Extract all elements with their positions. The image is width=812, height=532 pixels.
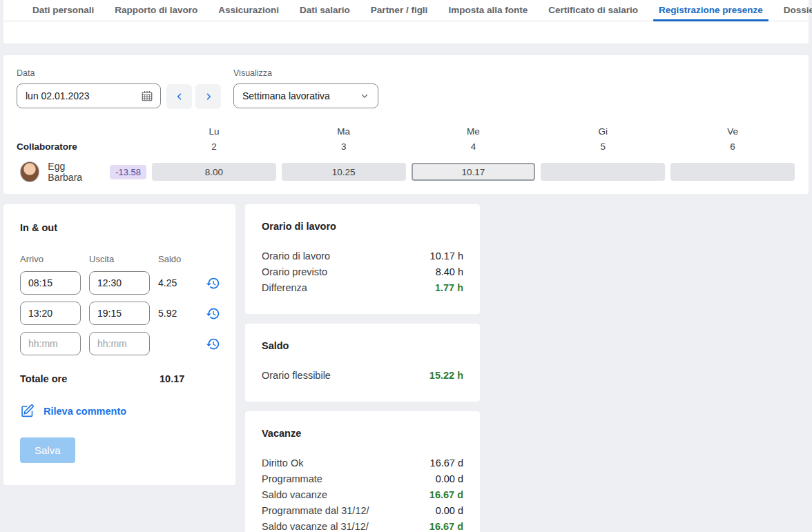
history-button-2[interactable]: [206, 306, 220, 321]
exit-input-3[interactable]: [89, 332, 150, 355]
history-icon: [206, 276, 220, 290]
exit-input-2[interactable]: [89, 302, 150, 325]
day-abbr: Gi: [541, 124, 665, 139]
row-balance-2: 5.92: [158, 308, 194, 319]
employee-row: Egg Barbara -13.58 8.00 10.25 10.17: [17, 160, 795, 184]
view-select-value: Settimana lavorativa: [242, 90, 330, 101]
history-button-3[interactable]: [206, 337, 220, 351]
history-icon: [206, 306, 220, 321]
tab-bar-card: Dati personali Rapporto di lavoro Assicu…: [3, 0, 809, 43]
info-value: 0.00 d: [436, 471, 463, 487]
info-value: 8.40 h: [436, 264, 463, 280]
total-hours-row: Totale ore 10.17: [20, 373, 222, 384]
work-time-card: Orario di lavoro Orario di lavoro 10.17 …: [245, 204, 480, 314]
tab-partner-figli[interactable]: Partner / figli: [369, 0, 429, 21]
work-time-card-title: Orario di lavoro: [262, 221, 463, 232]
save-button[interactable]: Salva: [20, 437, 75, 463]
history-button-1[interactable]: [206, 276, 220, 290]
total-hours-label: Totale ore: [20, 373, 160, 384]
info-label: Orario flessibile: [262, 368, 331, 384]
employee-name: Egg Barbara: [48, 161, 99, 183]
view-select[interactable]: Settimana lavorativa: [233, 83, 378, 108]
week-day-abbr-row: Lu Ma Me Gi Ve: [17, 124, 795, 139]
date-input[interactable]: [26, 90, 141, 101]
tab-assicurazioni[interactable]: Assicurazioni: [217, 0, 280, 21]
date-label: Data: [17, 68, 161, 78]
info-row: Orario flessibile 15.22 h: [262, 368, 463, 384]
avatar: [20, 161, 39, 182]
balance-badge: -13.58: [110, 165, 146, 179]
info-value: 16.67 d: [429, 519, 463, 532]
info-value: 16.67 d: [429, 487, 463, 503]
arrival-input-3[interactable]: [20, 332, 81, 355]
info-value: 15.22 h: [429, 368, 463, 384]
info-label: Differenza: [262, 280, 307, 296]
day-number: 2: [152, 139, 276, 155]
arrival-input-1[interactable]: [20, 271, 81, 295]
arrival-input-2[interactable]: [20, 302, 81, 325]
day-number: 6: [670, 139, 795, 155]
chevron-right-icon: [204, 92, 213, 101]
view-field-group: Visualizza Settimana lavorativa: [233, 68, 378, 108]
view-label: Visualizza: [233, 68, 378, 78]
info-row: Saldo vacanze 16.67 d: [262, 487, 463, 503]
tab-rapporto-di-lavoro[interactable]: Rapporto di lavoro: [113, 0, 199, 21]
in-out-column-headers: Arrivo Uscita Saldo: [20, 254, 222, 264]
info-row: Orario di lavoro 10.17 h: [262, 248, 463, 264]
collaborator-column-header: Collaboratore: [17, 139, 146, 155]
chevron-left-icon: [175, 92, 184, 101]
info-row: Diritto Ok 16.67 d: [262, 455, 463, 471]
date-input-box: [17, 83, 161, 108]
edit-icon: [20, 404, 35, 418]
info-row: Programmate 0.00 d: [262, 471, 463, 487]
info-row: Saldo vacanze al 31/12/ 16.67 d: [262, 519, 463, 532]
tab-dati-salario[interactable]: Dati salario: [298, 0, 351, 21]
vacation-card: Vacanze Diritto Ok 16.67 d Programmate 0…: [245, 411, 480, 532]
day-cell-ve[interactable]: [670, 163, 795, 181]
info-label: Orario previsto: [262, 264, 327, 280]
tab-imposta-alla-fonte[interactable]: Imposta alla fonte: [447, 0, 529, 21]
in-out-card: In & out Arrivo Uscita Saldo 4.25 5.92: [3, 204, 235, 485]
next-week-button[interactable]: [195, 84, 221, 109]
chevron-down-icon: [360, 91, 369, 101]
time-row-1: 4.25: [20, 271, 222, 295]
employee-info: Egg Barbara -13.58: [17, 160, 146, 184]
calendar-icon[interactable]: [141, 90, 153, 102]
balance-card: Saldo Orario flessibile 15.22 h: [245, 324, 480, 402]
add-comment-link[interactable]: Rileva commento: [20, 404, 126, 418]
week-grid: Lu Ma Me Gi Ve Collaboratore 2 3 4 5 6 E…: [17, 124, 795, 184]
tab-dati-personali[interactable]: Dati personali: [31, 0, 95, 21]
day-cell-gi[interactable]: [541, 163, 665, 181]
balance-column-label: Saldo: [158, 254, 181, 264]
history-icon: [206, 337, 220, 351]
info-label: Saldo vacanze: [262, 487, 327, 503]
day-number: 5: [541, 139, 665, 155]
info-value: 0.00 d: [436, 503, 463, 519]
in-out-title: In & out: [20, 222, 222, 233]
day-cell-me[interactable]: 10.17: [412, 163, 536, 181]
exit-input-1[interactable]: [89, 271, 150, 295]
info-label: Programmate: [262, 471, 322, 487]
vacation-card-title: Vacanze: [262, 428, 463, 439]
info-label: Programmate dal 31/12/: [262, 503, 369, 519]
info-row: Programmate dal 31/12/ 0.00 d: [262, 503, 463, 519]
total-hours-value: 10.17: [160, 373, 184, 384]
tab-registrazione-presenze[interactable]: Registrazione presenze: [657, 0, 764, 21]
tab-certificato-di-salario[interactable]: Certificato di salario: [547, 0, 639, 21]
info-label: Saldo vacanze al 31/12/: [262, 519, 369, 532]
exit-column-label: Uscita: [89, 254, 158, 264]
day-abbr: Ma: [282, 124, 406, 139]
info-label: Diritto Ok: [262, 455, 303, 471]
info-value: 16.67 d: [430, 455, 463, 471]
day-cell-ma[interactable]: 10.25: [282, 163, 406, 181]
day-abbr: Ve: [670, 124, 795, 139]
day-cell-lu[interactable]: 8.00: [152, 163, 276, 181]
tab-dossier[interactable]: Dossier: [782, 0, 812, 21]
date-field-group: Data: [17, 68, 161, 108]
time-row-3: [20, 332, 222, 355]
attendance-panel: Data Visualizza: [3, 55, 809, 194]
info-value: 10.17 h: [430, 248, 463, 264]
day-abbr: Lu: [152, 124, 276, 139]
previous-week-button[interactable]: [166, 84, 192, 109]
info-row: Orario previsto 8.40 h: [262, 264, 463, 280]
